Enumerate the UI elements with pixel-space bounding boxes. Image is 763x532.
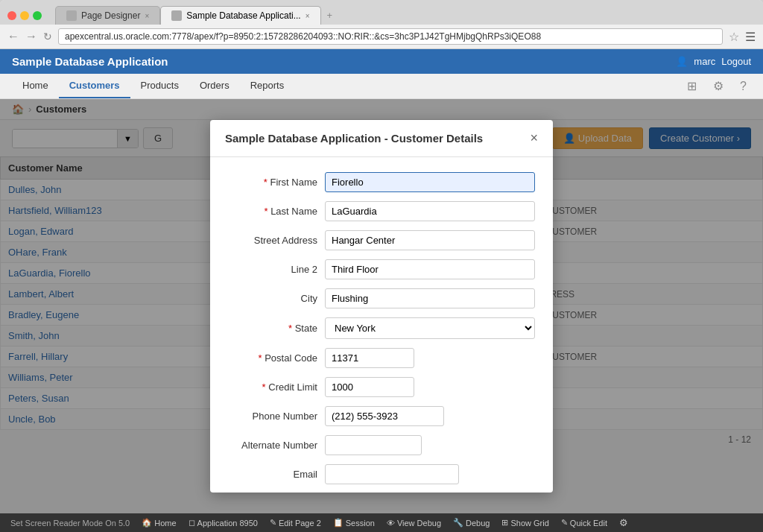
nav-reports[interactable]: Reports bbox=[240, 74, 295, 98]
modal-overlay: Sample Database Application - Customer D… bbox=[0, 99, 763, 513]
dev-debug-label: Debug bbox=[466, 519, 490, 528]
nav-home[interactable]: Home bbox=[12, 74, 59, 98]
nav-icon-settings[interactable]: ⚙ bbox=[709, 77, 728, 95]
dev-view-debug-label: View Debug bbox=[397, 519, 441, 528]
city-label: City bbox=[228, 293, 317, 304]
first-name-input[interactable] bbox=[325, 172, 535, 192]
dev-app-icon: ◻ bbox=[189, 518, 195, 528]
address-bar[interactable] bbox=[58, 28, 723, 45]
dev-debug[interactable]: 🔧 Debug bbox=[453, 518, 490, 528]
credit-limit-label: Credit Limit bbox=[228, 381, 317, 393]
postal-code-label: Postal Code bbox=[228, 352, 317, 364]
dev-show-grid-icon: ⊞ bbox=[501, 518, 508, 528]
app-header-user: 👤 marc Logout bbox=[676, 56, 751, 67]
dev-edit-icon: ✎ bbox=[270, 518, 276, 528]
dev-session[interactable]: 📋 Session bbox=[333, 518, 375, 528]
postal-code-input[interactable] bbox=[325, 348, 414, 368]
street-address-input[interactable] bbox=[325, 230, 535, 250]
tab-close-sample-db[interactable]: × bbox=[305, 12, 310, 20]
dev-toolbar: Set Screen Reader Mode On 5.0 🏠 Home ◻ A… bbox=[0, 513, 763, 532]
browser-chrome: Page Designer × Sample Database Applicat… bbox=[0, 0, 763, 49]
state-select[interactable]: New York bbox=[325, 317, 535, 339]
browser-tab-page-designer[interactable]: Page Designer × bbox=[55, 6, 160, 25]
dev-quick-edit[interactable]: ✎ Quick Edit bbox=[561, 518, 607, 528]
browser-dots bbox=[7, 11, 42, 20]
city-input[interactable] bbox=[325, 288, 535, 308]
user-icon: 👤 bbox=[676, 56, 688, 67]
new-tab-button[interactable]: + bbox=[321, 6, 339, 25]
dev-view-debug-icon: 👁 bbox=[387, 519, 395, 528]
browser-addressbar: ← → ↻ ☆ ☰ bbox=[0, 25, 763, 49]
dev-quick-edit-label: Quick Edit bbox=[570, 519, 607, 528]
modal-dialog: Sample Database Application - Customer D… bbox=[210, 120, 553, 493]
app-nav-left: Home Customers Products Orders Reports bbox=[12, 74, 294, 98]
first-name-label: First Name bbox=[228, 177, 317, 188]
modal-body: First Name Last Name Street Address Line… bbox=[210, 157, 553, 493]
email-input[interactable] bbox=[325, 464, 459, 484]
last-name-input[interactable] bbox=[325, 201, 535, 221]
dev-debug-icon: 🔧 bbox=[453, 518, 463, 528]
nav-customers[interactable]: Customers bbox=[59, 74, 130, 98]
form-row-first-name: First Name bbox=[228, 172, 535, 192]
dot-yellow[interactable] bbox=[20, 11, 29, 20]
dev-edit-label: Edit Page 2 bbox=[279, 519, 321, 528]
dev-edit-page[interactable]: ✎ Edit Page 2 bbox=[270, 518, 321, 528]
app-title: Sample Database Application bbox=[12, 55, 168, 68]
alternate-number-label: Alternate Number bbox=[228, 440, 317, 451]
form-row-alternate-number: Alternate Number bbox=[228, 435, 535, 455]
modal-close-button[interactable]: × bbox=[530, 130, 538, 146]
tab-label-sample-db: Sample Database Applicati... bbox=[186, 10, 300, 21]
dev-app-label: Application 8950 bbox=[197, 519, 258, 528]
last-name-label: Last Name bbox=[228, 206, 317, 217]
modal-title: Sample Database Application - Customer D… bbox=[225, 132, 483, 145]
line2-input[interactable] bbox=[325, 259, 535, 279]
dev-application[interactable]: ◻ Application 8950 bbox=[189, 518, 258, 528]
dev-home-icon: 🏠 bbox=[142, 518, 152, 528]
form-row-state: State New York bbox=[228, 317, 535, 339]
dev-show-grid[interactable]: ⊞ Show Grid bbox=[501, 518, 548, 528]
phone-number-input[interactable] bbox=[325, 406, 444, 426]
form-row-street-address: Street Address bbox=[228, 230, 535, 250]
forward-button[interactable]: → bbox=[25, 30, 37, 43]
nav-products[interactable]: Products bbox=[130, 74, 189, 98]
app-nav: Home Customers Products Orders Reports ⊞… bbox=[0, 74, 763, 99]
menu-icon[interactable]: ☰ bbox=[745, 30, 756, 44]
app-nav-icons: ⊞ ⚙ ? bbox=[683, 77, 751, 95]
dev-session-label: Session bbox=[346, 519, 375, 528]
nav-icon-help[interactable]: ? bbox=[735, 77, 751, 95]
line2-label: Line 2 bbox=[228, 264, 317, 275]
dot-green[interactable] bbox=[33, 11, 42, 20]
form-row-line2: Line 2 bbox=[228, 259, 535, 279]
form-row-phone-number: Phone Number bbox=[228, 406, 535, 426]
browser-titlebar: Page Designer × Sample Database Applicat… bbox=[0, 0, 763, 25]
dot-red[interactable] bbox=[7, 11, 16, 20]
back-button[interactable]: ← bbox=[7, 30, 19, 43]
dev-gear-icon[interactable]: ⚙ bbox=[619, 517, 628, 528]
credit-limit-input[interactable] bbox=[325, 377, 414, 397]
form-row-postal-code: Postal Code bbox=[228, 348, 535, 368]
form-row-city: City bbox=[228, 288, 535, 308]
street-address-label: Street Address bbox=[228, 235, 317, 246]
logout-button[interactable]: Logout bbox=[721, 56, 751, 67]
nav-icon-grid[interactable]: ⊞ bbox=[683, 77, 701, 95]
screen-reader-link[interactable]: Set Screen Reader Mode On bbox=[10, 519, 116, 528]
main-content: 🏠 › Customers ▼ G Report 👤 Upload Data C… bbox=[0, 99, 763, 513]
dev-view-debug[interactable]: 👁 View Debug bbox=[387, 519, 441, 528]
browser-tab-sample-db[interactable]: Sample Database Applicati... × bbox=[160, 6, 320, 25]
tab-close-page-designer[interactable]: × bbox=[145, 12, 149, 20]
refresh-button[interactable]: ↻ bbox=[43, 31, 52, 42]
browser-tabs: Page Designer × Sample Database Applicat… bbox=[55, 6, 338, 25]
alternate-number-input[interactable] bbox=[325, 435, 422, 455]
dev-show-grid-label: Show Grid bbox=[510, 519, 548, 528]
nav-orders[interactable]: Orders bbox=[189, 74, 240, 98]
tab-icon-sample-db bbox=[171, 10, 182, 21]
tab-icon-page-designer bbox=[66, 10, 77, 21]
app-header: Sample Database Application 👤 marc Logou… bbox=[0, 49, 763, 74]
dev-home[interactable]: 🏠 Home bbox=[142, 518, 176, 528]
dev-version: 5.0 bbox=[118, 519, 130, 528]
form-row-email: Email bbox=[228, 464, 535, 484]
bookmark-icon[interactable]: ☆ bbox=[729, 30, 739, 44]
state-label: State bbox=[228, 323, 317, 334]
dev-session-icon: 📋 bbox=[333, 518, 343, 528]
tab-label-page-designer: Page Designer bbox=[81, 10, 140, 21]
